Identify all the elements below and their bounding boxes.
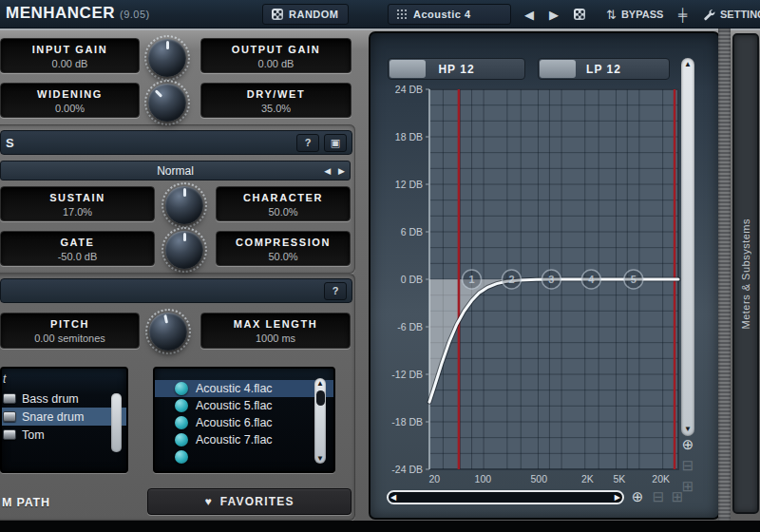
resize-gutter[interactable] <box>718 28 731 521</box>
knob-face <box>148 39 186 77</box>
category-list-items: Bass drumSnare drumTom <box>2 390 126 444</box>
pitch-display[interactable]: PITCH 0.00 semitones <box>0 313 140 349</box>
pitch-label: PITCH <box>1 318 139 330</box>
eq-y-tick-label: 18 DB <box>395 131 423 142</box>
input-output-gain-knob[interactable] <box>144 35 190 81</box>
file-item-partial[interactable] <box>155 448 333 466</box>
eq-band-marker-number: 1 <box>468 274 474 285</box>
input-gain-display[interactable]: INPUT GAIN 0.00 dB <box>0 38 140 73</box>
audio-file-icon <box>175 382 188 395</box>
scroll-up-icon[interactable]: ▲ <box>314 379 326 388</box>
settings-button[interactable]: SETTING <box>699 4 760 25</box>
zoom-in-vertical-icon[interactable]: ⊕ <box>679 436 696 453</box>
scroll-down-icon[interactable]: ▼ <box>681 425 694 434</box>
preset-grid-icon <box>397 10 408 20</box>
settings-label: SETTING <box>720 9 760 20</box>
prev-mode-icon[interactable]: ◀ <box>324 166 331 176</box>
eq-panel: HP 12 LP 12 1234524 DB18 DB12 DB6 DB0 DB… <box>369 31 720 520</box>
eq-x-tick-label: 20 <box>428 473 440 484</box>
dice-icon <box>574 9 585 20</box>
category-list[interactable]: t Bass drumSnare drumTom <box>0 367 128 473</box>
file-scrollbar[interactable]: ▲ ▼ <box>314 378 326 464</box>
gate-compression-knob[interactable] <box>162 227 207 273</box>
dry-wet-knob[interactable] <box>144 80 190 125</box>
eq-band-marker-number: 3 <box>548 274 554 285</box>
plugin-window: MENHANCER(9.05) RANDOM Acoustic 4 ◀ ▶ ⇅ … <box>0 0 760 532</box>
audio-file-icon <box>175 399 188 412</box>
sustain-display[interactable]: SUSTAIN 17.0% <box>0 186 155 221</box>
category-item-label: Tom <box>22 428 45 442</box>
eq-y-tick-label: -24 DB <box>391 464 423 475</box>
output-gain-value: 0.00 dB <box>201 58 351 69</box>
mode-dropdown[interactable]: Normal ◀▶ <box>0 161 351 180</box>
pitch-maxlength-knob[interactable] <box>145 309 191 354</box>
file-item[interactable]: Acoustic 6.flac <box>155 414 333 431</box>
next-mode-icon[interactable]: ▶ <box>338 166 345 176</box>
sample-path-label[interactable]: M PATH <box>2 496 50 509</box>
output-gain-display[interactable]: OUTPUT GAIN 0.00 dB <box>200 38 352 73</box>
title-text: MENHANCER <box>6 4 115 22</box>
preset-selector[interactable]: Acoustic 4 <box>388 4 511 25</box>
eq-x-tick-label: 5K <box>613 473 625 484</box>
category-item[interactable]: Snare drum <box>2 408 126 426</box>
eq-y-tick-label: 24 DB <box>395 84 423 95</box>
category-scrollbar[interactable] <box>111 393 122 452</box>
plugin-title: MENHANCER(9.05) <box>6 4 150 23</box>
dry-wet-value: 35.0% <box>201 103 351 114</box>
eq-graph[interactable]: 1234524 DB18 DB12 DB6 DB0 DB-6 DB-12 DB-… <box>370 33 720 520</box>
file-item[interactable]: Acoustic 4.flac <box>155 380 333 397</box>
limiter-button[interactable]: ╪ <box>674 4 691 25</box>
scroll-up-icon[interactable]: ▲ <box>681 60 694 69</box>
eq-vertical-scrollbar[interactable]: ▲ ▼ <box>681 58 694 436</box>
detach-window-button[interactable]: ▣ <box>324 134 347 152</box>
max-length-label: MAX LENGTH <box>201 318 350 330</box>
meters-subsystems-panel[interactable]: Meters & Subsystems <box>732 33 759 514</box>
drum-icon <box>3 411 16 422</box>
zoom-in-horizontal-icon[interactable]: ⊕ <box>629 488 646 505</box>
favorites-button[interactable]: ♥ FAVORITES <box>147 488 352 515</box>
file-item[interactable]: Acoustic 5.flac <box>155 397 333 414</box>
audio-file-icon <box>175 450 188 464</box>
scroll-left-icon[interactable]: ◀ <box>390 493 396 503</box>
widening-display[interactable]: WIDENING 0.00% <box>0 83 140 118</box>
zoom-out-horizontal-icon[interactable]: ⊟ <box>650 488 667 505</box>
randomize-button[interactable] <box>570 4 589 25</box>
eq-y-tick-label: -12 DB <box>391 369 423 380</box>
dynamics-section-header: S ? ▣ <box>0 130 352 155</box>
scroll-down-icon[interactable]: ▼ <box>314 454 326 463</box>
gate-display[interactable]: GATE -50.0 dB <box>0 231 155 266</box>
sustain-character-knob[interactable] <box>162 182 207 228</box>
zoom-out-vertical-icon[interactable]: ⊟ <box>679 457 696 474</box>
category-item[interactable]: Bass drum <box>2 390 126 408</box>
dynamics-section-title: S <box>6 136 14 150</box>
file-list[interactable]: Acoustic 4.flacAcoustic 5.flacAcoustic 6… <box>153 367 335 473</box>
dropdown-arrows[interactable]: ◀▶ <box>324 162 345 180</box>
max-length-display[interactable]: MAX LENGTH 1000 ms <box>200 313 351 349</box>
left-arrow-icon: ◀ <box>524 8 534 22</box>
category-item[interactable]: Tom <box>2 426 126 444</box>
file-scrollbar-thumb[interactable] <box>316 390 325 406</box>
favorites-label: FAVORITES <box>220 495 294 508</box>
zoom-reset-horizontal-icon[interactable]: ⊞ <box>669 488 686 505</box>
file-list-top-padding <box>155 369 333 380</box>
scroll-right-icon[interactable]: ▶ <box>615 493 620 503</box>
eq-y-tick-label: -18 DB <box>391 416 423 428</box>
file-item[interactable]: Acoustic 7.flac <box>155 431 333 448</box>
compression-display[interactable]: COMPRESSION 50.0% <box>216 231 351 266</box>
preset-next-button[interactable]: ▶ <box>545 4 562 25</box>
dry-wet-display[interactable]: DRY/WET 35.0% <box>200 83 352 118</box>
file-item-label: Acoustic 5.flac <box>196 399 273 412</box>
bypass-button[interactable]: ⇅ BYPASS <box>602 4 667 25</box>
character-display[interactable]: CHARACTER 50.0% <box>216 186 351 221</box>
eq-horizontal-scrollbar[interactable]: ◀ ▶ <box>387 490 624 504</box>
random-button[interactable]: RANDOM <box>262 4 349 25</box>
wrench-icon <box>703 9 715 21</box>
preset-prev-button[interactable]: ◀ <box>521 4 538 25</box>
help-button[interactable]: ? <box>296 134 319 152</box>
help-button[interactable]: ? <box>324 282 347 300</box>
eq-y-tick-label: 0 DB <box>401 274 423 285</box>
sustain-label: SUSTAIN <box>1 192 154 203</box>
category-item-label: Bass drum <box>22 392 79 406</box>
knob-face <box>148 84 186 122</box>
bypass-label: BYPASS <box>621 9 663 20</box>
